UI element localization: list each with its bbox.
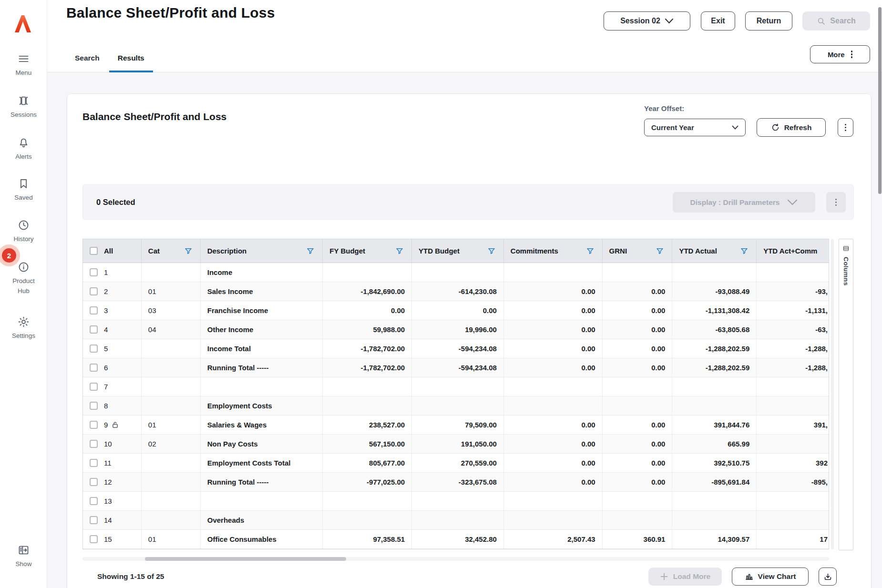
- cell-cat: [142, 511, 201, 529]
- filter-icon[interactable]: [395, 247, 404, 255]
- app-window: Menu Sessions Alerts Saved History Produ…: [0, 0, 882, 588]
- sidebar-item-label: Saved: [14, 193, 32, 203]
- kebab-icon: [835, 199, 837, 206]
- row-number: 2: [104, 287, 108, 295]
- row-checkbox[interactable]: [90, 516, 98, 524]
- download-button[interactable]: [819, 568, 837, 586]
- row-checkbox[interactable]: [90, 459, 98, 467]
- column-header-label: FY Budget: [329, 247, 365, 255]
- row-checkbox[interactable]: [90, 497, 98, 505]
- filter-icon[interactable]: [306, 247, 315, 255]
- cell-ytdb: -614,230.08: [412, 282, 504, 301]
- row-select-cell: 14: [83, 511, 142, 529]
- cell-fy: -1,842,690.00: [323, 282, 412, 301]
- column-header-label: YTD Actual: [679, 247, 717, 255]
- selection-toolbar: 0 Selected Display : Drill Parameters: [82, 184, 854, 220]
- more-button[interactable]: More: [810, 45, 870, 63]
- sidebar-item-show[interactable]: Show: [0, 544, 47, 569]
- table-vertical-scrollbar[interactable]: [831, 239, 834, 549]
- cell-grni: 0.00: [603, 358, 673, 377]
- filter-icon[interactable]: [586, 247, 595, 255]
- cell-cat: 04: [142, 320, 201, 339]
- cell-cat: [142, 263, 201, 282]
- row-number: 5: [104, 345, 108, 353]
- row-checkbox[interactable]: [90, 440, 98, 448]
- cell-description: Non Pay Costs: [201, 435, 323, 453]
- cell-ytdb: -323,675.08: [412, 473, 504, 491]
- row-checkbox[interactable]: [90, 306, 98, 314]
- sidebar-item-product-hub[interactable]: Product Hub: [0, 261, 47, 296]
- row-checkbox[interactable]: [90, 268, 98, 276]
- cell-actcomm: [757, 377, 829, 396]
- cell-actcomm: 17: [757, 530, 829, 548]
- cell-comm: 0.00: [504, 473, 603, 491]
- cell-comm: 0.00: [504, 301, 603, 320]
- sidebar-item-history[interactable]: History: [0, 219, 47, 244]
- row-checkbox[interactable]: [90, 364, 98, 372]
- cell-cat: [142, 473, 201, 491]
- cell-cat: [142, 454, 201, 472]
- columns-panel-toggle[interactable]: Columns: [839, 239, 853, 550]
- panel-kebab-button[interactable]: [838, 118, 853, 137]
- row-checkbox[interactable]: [90, 383, 98, 391]
- table-horizontal-scrollbar: [82, 557, 829, 561]
- cell-grni: [603, 511, 673, 529]
- results-table: All Cat Description FY Budget YTD Budget: [82, 239, 829, 549]
- filter-icon[interactable]: [740, 247, 749, 255]
- cell-ytdb: 19,996.00: [412, 320, 504, 339]
- table-row: 11Employment Costs Total805,677.00270,55…: [83, 454, 829, 473]
- row-checkbox[interactable]: [90, 287, 98, 295]
- cell-comm: [504, 511, 603, 529]
- cell-grni: 0.00: [603, 435, 673, 453]
- year-offset-label: Year Offset:: [644, 104, 684, 112]
- view-chart-button[interactable]: View Chart: [732, 568, 809, 586]
- cell-description: Other Income: [201, 320, 323, 339]
- return-button[interactable]: Return: [745, 11, 792, 30]
- scrollbar-thumb[interactable]: [145, 557, 346, 561]
- session-dropdown[interactable]: Session 02: [604, 11, 690, 30]
- exit-button[interactable]: Exit: [701, 11, 735, 30]
- row-checkbox[interactable]: [90, 535, 98, 543]
- cell-grni: 0.00: [603, 416, 673, 434]
- sidebar-item-menu[interactable]: Menu: [0, 52, 47, 78]
- select-all-checkbox[interactable]: [90, 247, 98, 255]
- cell-cat: 03: [142, 301, 201, 320]
- load-more-button[interactable]: Load More: [648, 568, 722, 586]
- tab-search[interactable]: Search: [66, 46, 108, 72]
- refresh-button[interactable]: Refresh: [757, 118, 826, 137]
- sidebar-item-sessions[interactable]: Sessions: [0, 94, 47, 120]
- sidebar-item-saved[interactable]: Saved: [0, 177, 47, 203]
- cell-ytdb: 79,509.00: [412, 416, 504, 434]
- toolbar-kebab-button[interactable]: [826, 192, 846, 213]
- cell-description: Office Consumables: [201, 530, 323, 548]
- row-checkbox[interactable]: [90, 345, 98, 353]
- sidebar-item-label: Product Hub: [6, 276, 41, 296]
- cell-actcomm: -93,: [757, 282, 829, 301]
- panel-heading: Balance Sheet/Profit and Loss: [82, 111, 226, 122]
- filter-icon[interactable]: [656, 247, 664, 255]
- row-checkbox[interactable]: [90, 402, 98, 410]
- sidebar-item-alerts[interactable]: Alerts: [0, 136, 47, 162]
- lock-icon: [112, 421, 119, 428]
- row-checkbox[interactable]: [90, 325, 98, 334]
- page-scrollbar-thumb[interactable]: [878, 7, 882, 194]
- row-number: 3: [104, 306, 108, 314]
- year-offset-select[interactable]: Current Year: [644, 119, 746, 136]
- column-header-commitments: Commitments: [504, 239, 603, 263]
- sidebar-item-settings[interactable]: Settings: [0, 315, 47, 341]
- filter-icon[interactable]: [184, 247, 193, 255]
- row-checkbox[interactable]: [90, 421, 98, 429]
- cell-act: 14,309.57: [672, 530, 757, 548]
- brand-logo-icon: [13, 12, 32, 33]
- filter-icon[interactable]: [487, 247, 496, 255]
- cell-comm: 0.00: [504, 282, 603, 301]
- menu-icon: [17, 52, 30, 65]
- tab-results[interactable]: Results: [109, 46, 153, 72]
- display-dropdown[interactable]: Display : Drill Parameters: [673, 192, 815, 213]
- search-button[interactable]: Search: [802, 11, 870, 30]
- cell-fy: 238,527.00: [323, 416, 412, 434]
- column-header-label: All: [104, 247, 113, 255]
- row-checkbox[interactable]: [90, 478, 98, 486]
- bookmark-icon: [17, 177, 30, 190]
- cell-act: -1,131,308.42: [672, 301, 757, 320]
